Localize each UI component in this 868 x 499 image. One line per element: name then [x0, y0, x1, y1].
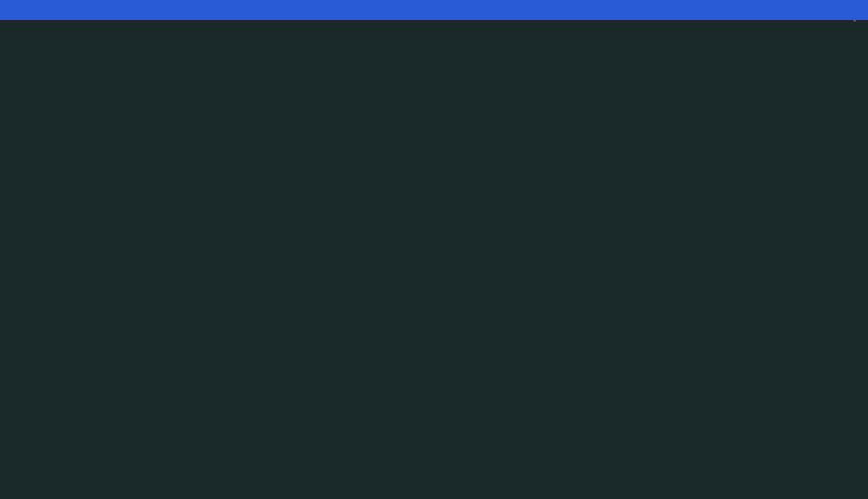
os-status-bar: [0, 0, 868, 20]
